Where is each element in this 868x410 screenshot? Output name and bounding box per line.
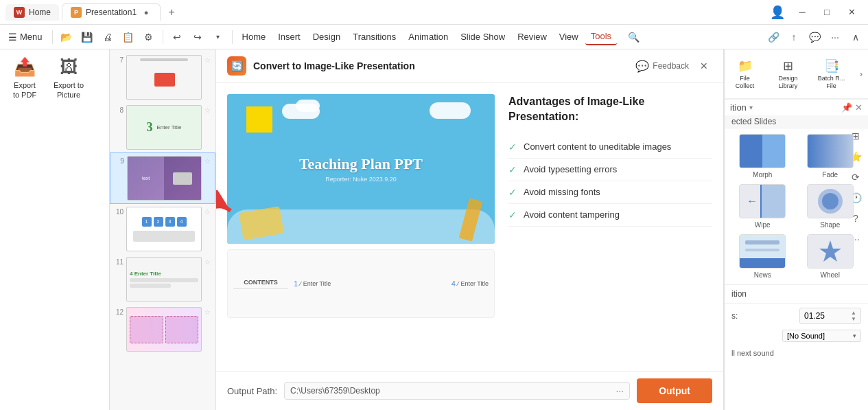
duration-input[interactable]: 01.25 ▲▼ [799,308,861,324]
presentation-tab[interactable]: P Presentation1 ● [62,3,161,21]
dialog-title: Convert to Image-Like Presentation [253,60,629,71]
search-icon[interactable]: 🔍 [624,27,643,47]
sound-value: [No Sound] [787,332,825,340]
menu-tools[interactable]: Tools [585,28,617,45]
next-slide-row: ll next sound [725,346,868,360]
duration-spinner[interactable]: ▲▼ [851,310,856,322]
toolbar: 📤 Exportto PDF 🖼 Export toPicture [0,49,110,410]
news-transition[interactable]: News [731,234,794,279]
duration-row: s: 01.25 ▲▼ [725,304,868,328]
collapse-icon[interactable]: ∧ [846,27,865,47]
output-path-text: C:\Users\67359\Desktop [290,386,613,396]
advantages-title: Advantages of Image-LikePresentation: [508,94,712,125]
design-library-button[interactable]: ⊞ DesignLibrary [768,56,808,93]
check-icon-2: ✓ [508,164,517,175]
sound-select[interactable]: [No Sound] ▾ [782,330,861,342]
section-dropdown-icon[interactable]: ▾ [749,104,753,111]
selected-slides-label: ected Slides [731,117,776,126]
feedback-button[interactable]: 💬 Feedback [635,60,689,73]
redo-icon[interactable]: ↪ [188,27,207,47]
menu-review[interactable]: Review [512,29,552,45]
quick-access-icon[interactable]: ⚙ [139,27,159,47]
menu-view[interactable]: View [554,29,584,45]
list-item[interactable]: 10 1 2 3 4 ☆ [110,204,215,254]
contents-label: CONTENTS [233,279,288,289]
expand-right-icon[interactable]: › [854,65,868,84]
dialog-close-button[interactable]: ✕ [696,58,712,74]
list-item[interactable]: 7 ☆ [110,52,215,102]
feedback-label: Feedback [653,61,689,71]
news-thumbnail [739,234,786,269]
export-pdf-button[interactable]: 📤 Exportto PDF [5,52,44,104]
window-controls: 👤 ─ □ ✕ [766,3,863,22]
morph-transition[interactable]: Morph [731,134,794,179]
sound-row: [No Sound] ▾ [725,328,868,346]
list-item[interactable]: 11 4 Enter Title ☆ [110,254,215,304]
menu-design[interactable]: Design [307,29,346,45]
dialog-footer: Output Path: C:\Users\67359\Desktop ··· … [216,371,723,410]
menu-transitions[interactable]: Transitions [347,29,401,45]
section-close-icon[interactable]: ✕ [855,102,863,113]
save-icon[interactable]: 💾 [78,27,97,47]
minimize-button[interactable]: ─ [791,3,813,22]
duration-label: s: [731,311,738,321]
transition-settings-label: ition [731,289,747,299]
export-pdf-icon: 📤 [14,56,36,78]
svg-marker-1 [819,240,841,262]
menu-animation[interactable]: Animation [403,29,454,45]
transitions-grid: Morph Fade ← Wipe [725,128,868,284]
close-button[interactable]: ✕ [841,3,863,22]
wheel-transition[interactable]: Wheel [799,234,862,279]
title-bar: W Home P Presentation1 ● + 👤 ─ □ ✕ [0,0,868,25]
menu-insert[interactable]: Insert [272,29,306,45]
list-item[interactable]: 8 3 Enter Title ☆ [110,102,215,152]
wipe-transition[interactable]: ← Wipe [731,184,794,229]
sound-dropdown-icon[interactable]: ▾ [853,332,856,339]
design-library-icon: ⊞ [783,58,793,73]
dialog-header: 🔄 Convert to Image-Like Presentation 💬 F… [216,49,723,83]
list-item[interactable]: 12 ☆ [110,304,215,354]
list-item[interactable]: 9 text ☆ [110,152,215,204]
export-dropdown-icon[interactable]: ↑ [784,27,804,47]
arrow-decoration [216,190,237,234]
output-path-dots-icon[interactable]: ··· [615,385,624,396]
export-picture-icon: 🖼 [60,56,78,78]
home-tab[interactable]: W Home [5,4,59,21]
menu-slideshow[interactable]: Slide Show [455,29,511,45]
open-icon[interactable]: 📂 [57,27,76,47]
print-icon[interactable]: 🖨 [98,27,117,47]
export-picture-button[interactable]: 🖼 Export toPicture [47,52,91,104]
undo-icon[interactable]: ↩ [167,27,187,47]
more-icon[interactable]: ··· [825,27,845,47]
menu-button[interactable]: ☰ Menu [3,29,48,45]
right-toolbar: 📁 File Collect ⊞ DesignLibrary 📑 Batch R… [725,49,868,99]
output-button[interactable]: Output [637,378,712,403]
slide-thumbnail: 1 2 3 4 [126,207,202,251]
menu-home[interactable]: Home [237,29,272,45]
tab-close-icon[interactable]: ● [141,7,152,18]
account-icon[interactable]: 👤 [766,3,788,22]
morph-thumbnail [739,134,786,168]
cloud-decoration-2 [296,100,320,112]
wheel-label: Wheel [821,271,840,279]
advantage-item-2: ✓ Avoid typesetting errors [508,159,712,181]
right-section-header[interactable]: ition ▾ 📌 ✕ [725,100,868,115]
export-icon[interactable]: 📋 [119,27,138,47]
pin-icon[interactable]: 📌 [841,102,852,113]
comment-icon[interactable]: 💬 [805,27,824,47]
slide-title: Teaching Plan PPT [299,155,423,173]
new-tab-button[interactable]: + [163,4,180,21]
output-path-input[interactable]: C:\Users\67359\Desktop ··· [284,382,630,400]
contents-items: 1⁄Enter Title 4⁄Enter Title [294,280,489,288]
share-icon[interactable]: 🔗 [764,27,783,47]
slide-thumbnail: text [127,156,202,201]
dialog-icon: 🔄 [227,56,246,76]
fade-thumbnail [807,134,854,168]
morph-label: Morph [753,171,772,179]
maximize-button[interactable]: □ [816,3,838,22]
file-collect-button[interactable]: 📁 File Collect [725,56,765,93]
batch-file-button[interactable]: 📑 Batch R...File [811,56,852,93]
slide-thumbnail [126,55,202,100]
file-collect-icon: 📁 [738,58,753,73]
redo-dropdown-icon[interactable]: ▾ [209,27,228,47]
